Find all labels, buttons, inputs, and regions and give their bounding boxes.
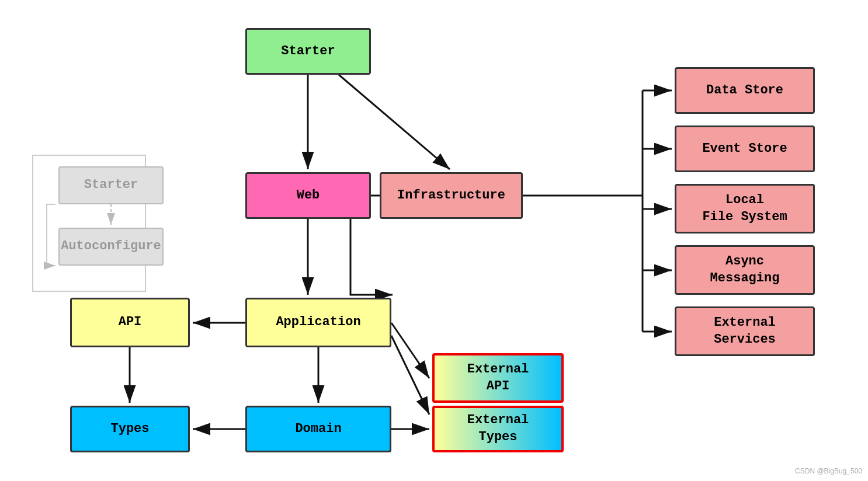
infrastructure-node: Infrastructure bbox=[380, 172, 523, 219]
event-store-node: Event Store bbox=[675, 126, 815, 172]
api-node: API bbox=[70, 298, 190, 347]
external-api-node: ExternalAPI bbox=[432, 353, 564, 403]
application-node: Application bbox=[245, 298, 391, 347]
async-messaging-node: AsyncMessaging bbox=[675, 245, 815, 295]
domain-node: Domain bbox=[245, 406, 391, 452]
local-file-system-node: LocalFile System bbox=[675, 184, 815, 233]
svg-line-3 bbox=[339, 75, 450, 169]
web-node: Web bbox=[245, 172, 371, 219]
external-types-node: ExternalTypes bbox=[432, 406, 564, 452]
data-store-node: Data Store bbox=[675, 67, 815, 114]
starter-gray-node: Starter bbox=[58, 166, 164, 204]
watermark: CSDN @BigBug_500 bbox=[795, 467, 862, 475]
starter-node: Starter bbox=[245, 28, 371, 75]
types-node: Types bbox=[70, 406, 190, 452]
svg-line-10 bbox=[391, 336, 429, 414]
external-services-node: ExternalServices bbox=[675, 306, 815, 356]
diagram-container: Starter Web Infrastructure Application A… bbox=[0, 0, 868, 481]
autoconfigure-gray-node: Autoconfigure bbox=[58, 228, 164, 266]
svg-line-9 bbox=[391, 323, 429, 378]
